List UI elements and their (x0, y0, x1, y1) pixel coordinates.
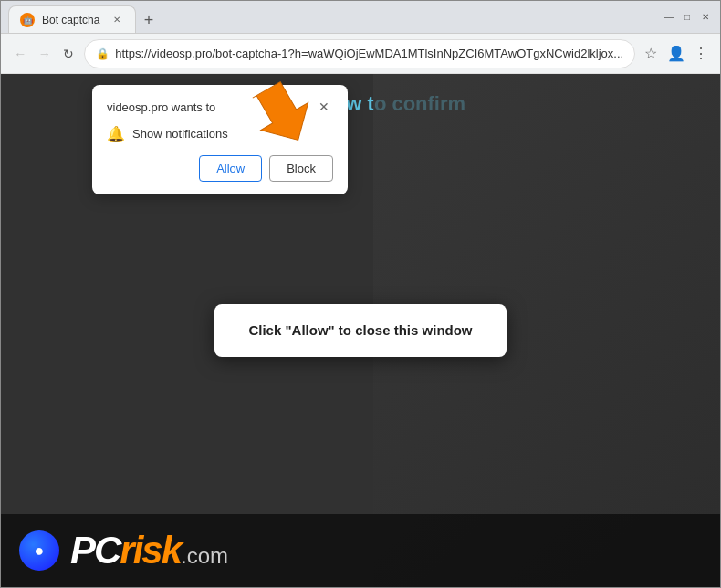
lock-icon: 🔒 (96, 47, 110, 60)
browser-window: 🤖 Bot captcha ✕ + — □ ✕ ← → ↻ 🔒 https://… (0, 0, 721, 588)
tab-area: 🤖 Bot captcha ✕ + (8, 1, 658, 33)
back-button[interactable]: ← (12, 41, 28, 67)
tab-favicon: 🤖 (20, 13, 35, 27)
allow-button[interactable]: Allow (199, 155, 262, 182)
close-button[interactable]: ✕ (698, 10, 713, 25)
orange-arrow (252, 78, 325, 151)
bookmark-button[interactable]: ☆ (643, 41, 659, 67)
svg-marker-1 (252, 78, 322, 151)
bell-icon: 🔔 (107, 125, 125, 142)
popup-title: videosp.pro wants to (107, 100, 215, 114)
logo-risk: risk (120, 529, 181, 572)
url-text: https://videosp.pro/bot-captcha-1?h=waWQ… (115, 47, 623, 60)
captcha-box: Click "Allow" to close this window (214, 304, 507, 357)
logo-text: PCrisk.com (70, 529, 228, 572)
window-controls: — □ ✕ (662, 10, 713, 25)
title-bar: 🤖 Bot captcha ✕ + — □ ✕ (1, 1, 720, 34)
captcha-message: Click "Allow" to close this window (248, 322, 472, 338)
address-bar: ← → ↻ 🔒 https://videosp.pro/bot-captcha-… (1, 34, 720, 74)
maximize-button[interactable]: □ (680, 10, 695, 25)
pcrisk-logo: ● PCrisk.com (19, 529, 228, 572)
new-tab-button[interactable]: + (136, 7, 162, 33)
block-button[interactable]: Block (269, 155, 333, 182)
page-content: Click Allow to confirm Click "Allow" to … (1, 74, 720, 587)
active-tab[interactable]: 🤖 Bot captcha ✕ (8, 5, 136, 33)
forward-button[interactable]: → (36, 41, 52, 67)
menu-button[interactable]: ⋮ (693, 41, 709, 67)
bottom-logo-bar: ● PCrisk.com (1, 514, 720, 587)
notification-label: Show notifications (132, 127, 228, 141)
logo-pc: PC (70, 529, 120, 572)
popup-buttons: Allow Block (107, 155, 333, 182)
minimize-button[interactable]: — (662, 10, 676, 25)
logo-com: .com (181, 543, 228, 568)
logo-ball: ● (19, 530, 59, 571)
tab-title: Bot captcha (42, 14, 99, 26)
tab-close-button[interactable]: ✕ (110, 13, 124, 27)
reload-button[interactable]: ↻ (60, 41, 77, 67)
profile-button[interactable]: 👤 (667, 41, 685, 67)
url-bar[interactable]: 🔒 https://videosp.pro/bot-captcha-1?h=wa… (84, 39, 635, 68)
